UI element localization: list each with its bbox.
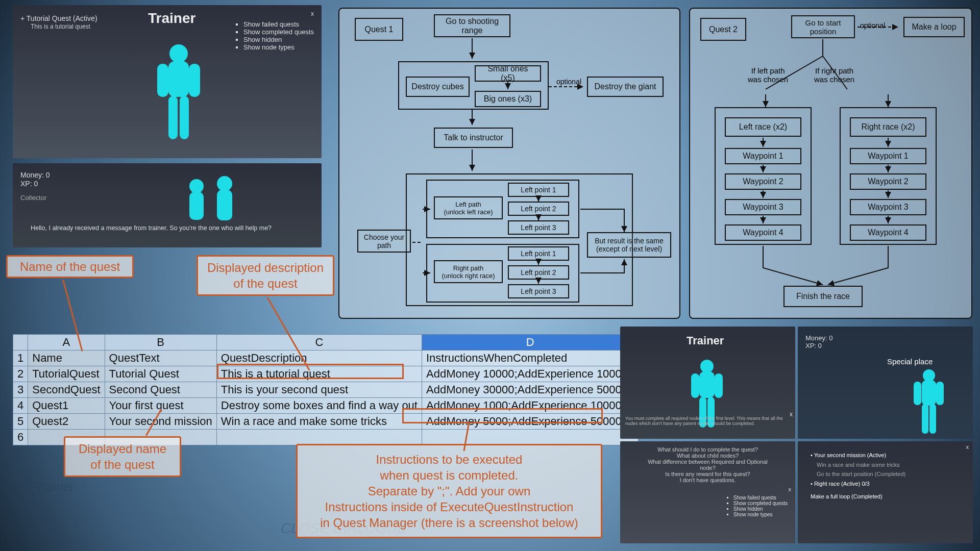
mannequin-icon (148, 41, 209, 153)
svg-point-6 (189, 179, 204, 193)
svg-rect-34 (715, 373, 723, 398)
menu-item[interactable]: Show failed quests (733, 495, 788, 500)
q-line[interactable]: What about child nodes? (641, 453, 775, 459)
trainer-title: Trainer (148, 10, 195, 27)
menu-item[interactable]: Show node types (733, 512, 788, 517)
svg-rect-9 (217, 190, 232, 220)
svg-rect-1 (168, 61, 189, 97)
close-x[interactable]: x (790, 411, 793, 418)
mannequins-icon (176, 173, 253, 247)
menu-item[interactable]: Show completed quests (733, 500, 788, 506)
flow2-arrows (689, 8, 972, 319)
q-line[interactable]: I don't have questions. (641, 477, 775, 483)
annotation-instr: Instructions to be executed when quest i… (296, 444, 602, 538)
quest-sub-line: This is a tutorial quest (31, 23, 90, 30)
close-x[interactable]: x (311, 10, 314, 17)
quest-line: Win a race and make some tricks (817, 460, 905, 470)
annotation-name: Name of the quest (6, 255, 134, 278)
quest-active-line: + Tutorial Quest (Active) (20, 14, 97, 22)
trainer-title: Trainer (687, 334, 724, 347)
svg-rect-4 (168, 96, 178, 139)
table-row[interactable]: 5Quest2Your second missionWin a race and… (13, 414, 639, 430)
game-screenshot-br1: Trainer You must complete all required n… (620, 327, 795, 439)
collector-label: Collector (20, 194, 46, 202)
money-label: Money: 0 (20, 171, 50, 179)
svg-rect-33 (691, 373, 699, 398)
svg-point-37 (923, 369, 935, 382)
svg-rect-38 (922, 380, 936, 406)
svg-rect-5 (180, 96, 189, 139)
game-screenshot-br3: What should I do to complete the quest? … (620, 441, 795, 543)
annotation-desc: Displayed description of the quest (197, 255, 334, 296)
xp-label: XP: 0 (20, 180, 38, 188)
game-screenshot-trainer: Trainer + Tutorial Quest (Active) This i… (13, 5, 322, 158)
money-label: Money: 0 (805, 334, 832, 342)
quest-line: Go to the start position (Completed) (817, 469, 905, 479)
quest-line: • Your second mission (Active) (811, 450, 905, 460)
xp-label: XP: 0 (805, 342, 822, 349)
q-line[interactable]: What difference between Required and Opt… (641, 459, 775, 471)
menu-item[interactable]: Show node types (243, 43, 314, 51)
svg-point-0 (169, 44, 188, 63)
menu-item[interactable]: Show hidden (243, 36, 314, 43)
svg-rect-3 (189, 64, 200, 97)
table-row[interactable]: 3SecondQuestSecond QuestThis is your sec… (13, 382, 639, 398)
game-screenshot-br4: x • Your second mission (Active) Win a r… (798, 441, 973, 543)
svg-rect-7 (189, 192, 204, 220)
game-screenshot-dialogue: Money: 0 XP: 0 Collector Hello, I alread… (13, 163, 322, 247)
svg-rect-41 (922, 404, 928, 434)
mannequin-icon (908, 367, 951, 436)
info-text: You must complete all required nodes of … (625, 416, 790, 426)
col-header-row: A B C D (13, 335, 639, 350)
quest-line: Make a full loop (Completed) (811, 492, 905, 502)
special-place-label: Special place (887, 357, 933, 366)
svg-rect-2 (157, 64, 168, 97)
menu-item[interactable]: Show failed quests (243, 20, 314, 28)
table-row[interactable]: 1NameQuestTextQuestDescriptionInstructio… (13, 350, 639, 366)
menu-item[interactable]: Show completed quests (243, 28, 314, 36)
bg-text: Trainer (35, 480, 76, 494)
q-line[interactable]: Is there any reward for this quest? (641, 471, 775, 477)
menu-item[interactable]: Show hidden (733, 506, 788, 512)
svg-rect-39 (914, 382, 921, 405)
svg-rect-32 (699, 371, 715, 398)
annotation-dispname: Displayed name of the quest (64, 436, 181, 477)
table-row[interactable]: 2TutorialQuestTutorial QuestThis is a tu… (13, 366, 639, 382)
svg-point-8 (217, 176, 232, 191)
close-x[interactable]: x (966, 444, 969, 450)
svg-rect-40 (936, 382, 944, 405)
q-line[interactable]: What should I do to complete the quest? (641, 446, 775, 453)
close-x[interactable]: x (789, 486, 792, 492)
svg-point-31 (700, 360, 714, 373)
quest-line: • Right race (Active) 0/3 (811, 479, 905, 489)
game-screenshot-br2: Money: 0 XP: 0 Special place (798, 327, 973, 439)
svg-rect-42 (929, 404, 936, 434)
flow1-arrows (338, 8, 680, 319)
quest-spreadsheet[interactable]: A B C D 1NameQuestTextQuestDescriptionIn… (13, 334, 639, 445)
table-row[interactable]: 4Quest1Your first questDestroy some boxe… (13, 398, 639, 414)
